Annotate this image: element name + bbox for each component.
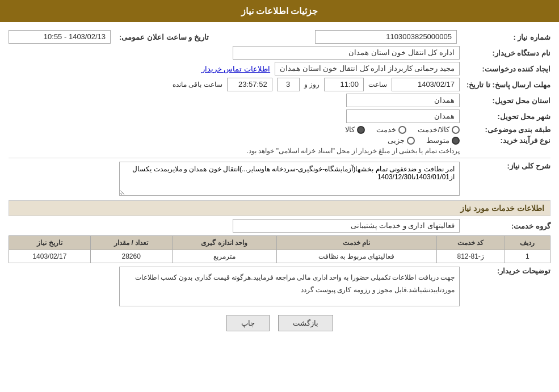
category-radio-kala[interactable] [357, 126, 365, 134]
purchase-type-label: نوع فرآیند خرید: [460, 136, 550, 145]
announcement-date-label: تاریخ و ساعت اعلان عمومی: [114, 33, 209, 41]
category-radio-group: کالا/خدمت خدمت کالا [345, 125, 460, 134]
page-header: جزئیات اطلاعات نیاز [0, 0, 559, 22]
delivery-province-label: استان محل تحویل: [460, 96, 550, 105]
deadline-time-label: ساعت [368, 81, 387, 88]
purchase-type-option-jozei: جزیی [388, 136, 415, 145]
category-radio-kala-khedmat[interactable] [452, 126, 460, 134]
service-group-value: فعالیتهای اداری و خدمات پشتیبانی [233, 219, 460, 233]
creator-value: مجید رحمانی کاربرداز اداره کل انتقال خون… [275, 62, 460, 75]
purchase-type-radio-motavasset[interactable] [452, 137, 460, 145]
cell-name: فعالیتهای مربوط به نظافت [276, 250, 436, 263]
buyer-org-label: نام دستگاه خریدار: [460, 49, 550, 57]
category-option-kala: کالا [345, 125, 365, 134]
back-button[interactable]: بازگشت [278, 315, 333, 331]
category-option-khedmat: خدمت [376, 125, 406, 134]
deadline-remaining: 23:57:52 [227, 78, 272, 91]
cell-unit: مترمربع [172, 250, 276, 263]
col-header-code: کد خدمت [436, 236, 505, 250]
category-option-kala-khedmat: کالا/خدمت [418, 125, 460, 134]
delivery-province-value: همدان [346, 94, 460, 107]
description-textarea[interactable] [119, 162, 460, 196]
cell-row: 1 [505, 250, 550, 263]
buyer-notes-label: توضیحات خریدار: [460, 267, 550, 275]
category-label: طبقه بندی موضوعی: [460, 125, 550, 134]
cell-code: ز-81-812 [436, 250, 505, 263]
deadline-remaining-label: ساعت باقی مانده [173, 81, 222, 88]
print-button[interactable]: چاپ [226, 315, 270, 331]
buttons-row: بازگشت چاپ [9, 315, 550, 331]
purchase-type-radio-group: متوسط جزیی [247, 136, 460, 145]
announcement-date-value: 1403/02/13 - 10:55 [9, 30, 111, 44]
need-number-value: 1103003825000005 [315, 30, 457, 44]
col-header-row: ردیف [505, 236, 550, 250]
deadline-days-label: روز و [304, 81, 320, 88]
col-header-name: نام خدمت [276, 236, 436, 250]
creator-label: ایجاد کننده درخواست: [460, 65, 550, 73]
page-title: جزئیات اطلاعات نیاز [241, 6, 318, 16]
deadline-date: 1403/02/17 [392, 78, 460, 91]
delivery-city-label: شهر محل تحویل: [460, 112, 550, 121]
purchase-type-radio-jozei[interactable] [407, 137, 415, 145]
creator-contact-link[interactable]: اطلاعات تماس خریدار [201, 65, 270, 73]
deadline-time: 11:00 [324, 78, 364, 91]
col-header-quantity: تعداد / مقدار [90, 236, 172, 250]
delivery-city-value: همدان [346, 109, 460, 123]
need-number-label: شماره نیاز : [460, 33, 550, 41]
services-section-title: اطلاعات خدمات مورد نیاز [9, 200, 550, 216]
description-label: شرح کلی نیاز: [460, 162, 550, 170]
category-radio-khedmat[interactable] [398, 126, 406, 134]
services-table: ردیف کد خدمت نام خدمت واحد اندازه گیری ت… [9, 235, 550, 263]
cell-quantity: 28260 [90, 250, 172, 263]
buyer-notes-value: جهت دریافت اطلاعات تکمیلی حضورا به واحد … [119, 267, 460, 306]
buyer-org-value: اداره کل انتقال خون استان همدان [233, 46, 460, 60]
table-row: 1 ز-81-812 فعالیتهای مربوط به نظافت مترم… [9, 250, 550, 263]
col-header-unit: واحد اندازه گیری [172, 236, 276, 250]
deadline-days: 3 [277, 78, 300, 91]
service-group-label: گروه خدمت: [460, 222, 550, 230]
cell-date: 1403/02/17 [9, 250, 91, 263]
purchase-type-option-motavasset: متوسط [426, 136, 460, 145]
col-header-date: تاریخ نیاز [9, 236, 91, 250]
deadline-label: مهلت ارسال پاسخ: تا تاریخ: [460, 81, 550, 89]
purchase-type-note: پرداخت تمام یا بخشی از مبلغ خریدار از مح… [247, 147, 460, 155]
